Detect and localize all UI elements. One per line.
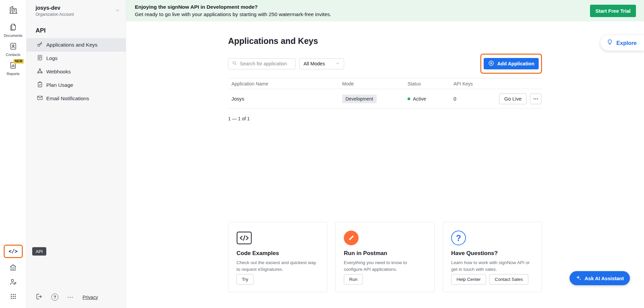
admin-console-icon[interactable]: [6, 261, 20, 274]
documents-icon: [9, 23, 17, 33]
mode-cell: Development: [342, 95, 408, 103]
search-input[interactable]: [240, 61, 292, 66]
sidebar-item-label: Logs: [46, 55, 58, 61]
sidebar-item-label: Plan Usage: [46, 82, 73, 88]
pagination: 1 — 1 of 1: [228, 116, 542, 121]
card-title: Code Examples: [236, 250, 319, 257]
banner-text: Enjoying the signNow API in Development …: [135, 4, 331, 17]
go-live-button[interactable]: Go Live: [499, 94, 527, 104]
card-have-questions: ? Have Questions? Learn how to work with…: [443, 222, 542, 292]
status-dot-icon: [408, 98, 410, 100]
code-window-icon: [236, 231, 319, 245]
card-body: Everything you need to know to configure…: [344, 259, 426, 272]
start-free-trial-button[interactable]: Start Free Trial: [590, 5, 636, 17]
ask-ai-assistant-label: Ask AI Assistant: [585, 275, 624, 281]
controls-row: All Modes Add Application: [228, 58, 542, 69]
sidebar-item-webhooks[interactable]: Webhooks: [26, 65, 126, 78]
org-name: josys-dev: [36, 5, 74, 11]
org-switcher[interactable]: josys-dev Organization Account: [26, 0, 126, 21]
add-application-highlight: Add Application: [480, 54, 542, 74]
logs-icon: [37, 54, 43, 62]
api-sidebar: josys-dev Organization Account API Appli…: [26, 0, 126, 308]
question-circle-icon: ?: [451, 231, 534, 245]
search-box: [228, 58, 296, 69]
sidebar-item-label: Email Notifications: [46, 96, 89, 102]
apps-grid-icon[interactable]: [6, 290, 20, 303]
card-title: Have Questions?: [451, 250, 534, 257]
sparkle-icon: [576, 275, 582, 282]
row-more-button[interactable]: ⋯: [530, 94, 541, 104]
application-name-cell: Josys: [228, 96, 342, 102]
banner-subtitle: Get ready to go live with your applicati…: [135, 11, 331, 17]
plus-circle-icon: [488, 60, 494, 67]
api-keys-cell: 0: [453, 96, 497, 102]
page-title: Applications and Keys: [228, 36, 542, 46]
mode-filter-select[interactable]: All Modes: [299, 58, 344, 69]
explore-button[interactable]: Explore: [600, 35, 644, 51]
card-code-examples: Code Examples Check out the easiest and …: [228, 222, 327, 292]
resource-cards: Code Examples Check out the easiest and …: [228, 222, 542, 292]
user-edit-icon[interactable]: [6, 275, 20, 288]
card-body: Check out the easiest and quickest way t…: [236, 259, 319, 272]
chevron-down-icon: [336, 61, 340, 66]
status-label: Active: [413, 96, 426, 102]
more-options-icon[interactable]: ⋯: [67, 294, 74, 300]
applications-table: Application Name Mode Status API Keys Jo…: [228, 78, 542, 109]
api-tooltip: API: [32, 247, 47, 256]
mode-chip: Development: [342, 95, 377, 103]
main-content: Applications and Keys All Modes: [126, 21, 644, 308]
explore-label: Explore: [616, 40, 637, 46]
help-icon[interactable]: ?: [51, 294, 58, 301]
sidebar-item-applications-and-keys[interactable]: Applications and Keys: [26, 38, 126, 52]
org-info: josys-dev Organization Account: [36, 5, 74, 17]
add-application-button[interactable]: Add Application: [484, 58, 539, 69]
sidebar-item-label: Applications and Keys: [46, 42, 98, 48]
row-actions: Go Live ⋯: [499, 94, 542, 104]
api-nav-button[interactable]: </>: [4, 245, 23, 258]
contacts-icon: [9, 42, 17, 52]
rail-item-reports[interactable]: NEW Reports: [0, 61, 26, 76]
ask-ai-assistant-button[interactable]: Ask AI Assistant: [570, 271, 630, 285]
new-badge: NEW: [13, 59, 24, 64]
header-mode: Mode: [342, 81, 408, 86]
try-button[interactable]: Try: [236, 274, 254, 285]
chevron-down-icon: [115, 8, 120, 14]
api-nav-highlight: </> API: [4, 245, 23, 258]
sidebar-item-label: Webhooks: [46, 69, 71, 75]
search-icon: [232, 60, 237, 67]
rail-item-contacts-label: Contacts: [6, 53, 20, 57]
status-cell: Active: [408, 96, 453, 102]
logout-icon[interactable]: [35, 293, 43, 301]
app-icon-rail: Documents Contacts NEW Reports </> API: [0, 0, 26, 308]
sidebar-item-email-notifications[interactable]: Email Notifications: [26, 92, 126, 105]
sidebar-section-title: API: [36, 27, 126, 34]
card-run-in-postman: Run in Postman Everything you need to kn…: [335, 222, 435, 292]
mode-filter-value: All Modes: [304, 61, 325, 66]
card-title: Run in Postman: [344, 250, 426, 257]
sidebar-nav: Applications and Keys Logs Webhooks Plan…: [26, 38, 126, 105]
contact-sales-button[interactable]: Contact Sales: [489, 274, 528, 285]
rail-bottom-group: </> API: [4, 245, 23, 308]
trial-banner: Enjoying the signNow API in Development …: [126, 0, 644, 21]
run-button[interactable]: Run: [344, 274, 363, 285]
header-status: Status: [408, 81, 453, 86]
lightbulb-icon: [606, 39, 613, 47]
header-application-name: Application Name: [228, 81, 342, 86]
table-row: Josys Development Active 0 Go Live ⋯: [228, 89, 542, 109]
rail-item-contacts[interactable]: Contacts: [0, 42, 26, 57]
webhook-icon: [37, 68, 43, 76]
rail-item-documents[interactable]: Documents: [0, 23, 26, 38]
organization-icon[interactable]: [9, 5, 18, 15]
sidebar-item-plan-usage[interactable]: Plan Usage: [26, 78, 126, 92]
code-icon: </>: [8, 248, 17, 254]
org-type: Organization Account: [36, 12, 74, 17]
sidebar-footer: ? ⋯ Privacy: [26, 293, 126, 308]
postman-icon: [344, 231, 426, 245]
sidebar-item-logs[interactable]: Logs: [26, 52, 126, 65]
key-icon: [37, 41, 43, 49]
privacy-link[interactable]: Privacy: [83, 295, 98, 300]
header-api-keys: API Keys: [453, 81, 497, 86]
rail-item-documents-label: Documents: [4, 34, 22, 38]
help-center-button[interactable]: Help Center: [451, 274, 486, 285]
table-header-row: Application Name Mode Status API Keys: [228, 78, 542, 89]
